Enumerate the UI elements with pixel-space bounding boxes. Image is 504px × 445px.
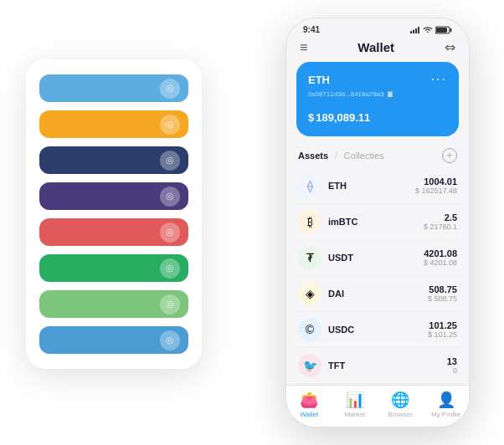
menu-icon[interactable]: ≡ [300, 40, 307, 55]
color-row-icon-7: ◎ [160, 330, 180, 350]
nav-icon-browser: 🌐 [391, 391, 409, 409]
color-row-3[interactable]: ◎ [39, 182, 188, 210]
svg-rect-2 [415, 28, 417, 33]
nav-label-wallet: Wallet [300, 411, 318, 418]
asset-usd-imbtc: $ 21760.1 [424, 222, 457, 231]
nav-item-market[interactable]: 📊 Market [332, 391, 378, 418]
tab-collecties[interactable]: Collecties [344, 151, 384, 161]
asset-name-eth: ETH [328, 181, 415, 191]
asset-amount-usdc: 101.25 [428, 320, 457, 330]
signal-icon [410, 27, 420, 33]
asset-item-eth[interactable]: ⟠ ETH 1004.01 $ 162517.48 [293, 168, 462, 204]
nav-item-browser[interactable]: 🌐 Browser [378, 391, 424, 418]
nav-label-market: Market [345, 411, 365, 418]
asset-item-imbtc[interactable]: ₿ imBTC 2.5 $ 21760.1 [293, 204, 462, 240]
asset-amount-dai: 508.75 [428, 284, 457, 294]
asset-values-imbtc: 2.5 $ 21760.1 [424, 212, 457, 231]
eth-card[interactable]: ETH ··· 0x08711d3d...8418a78a3 📋 $189,08… [296, 62, 459, 136]
color-row-icon-6: ◎ [160, 294, 180, 315]
phone-header: ≡ Wallet ⇔ [286, 38, 469, 62]
assets-tabs: Assets / Collecties [298, 151, 384, 161]
eth-card-balance: $189,089.11 [308, 105, 447, 126]
color-row-1[interactable]: ◎ [39, 110, 188, 138]
bottom-nav: 👛 Wallet 📊 Market 🌐 Browser 👤 My Profile [286, 385, 469, 427]
assets-header: Assets / Collecties + [286, 145, 469, 168]
color-row-7[interactable]: ◎ [39, 326, 188, 354]
asset-amount-imbtc: 2.5 [424, 212, 457, 222]
nav-icon-my-profile: 👤 [437, 391, 455, 409]
color-row-6[interactable]: ◎ [39, 290, 188, 318]
eth-card-top: ETH ··· [308, 72, 447, 87]
phone: 9:41 [285, 18, 470, 427]
tab-assets[interactable]: Assets [298, 151, 328, 161]
phone-content: ETH ··· 0x08711d3d...8418a78a3 📋 $189,08… [286, 62, 469, 385]
battery-icon [435, 26, 452, 34]
svg-rect-6 [436, 28, 447, 33]
status-icons [410, 26, 452, 34]
asset-list: ⟠ ETH 1004.01 $ 162517.48 ₿ imBTC 2.5 $ … [286, 168, 469, 385]
asset-usd-usdt: $ 4201.08 [424, 258, 457, 267]
eth-card-menu[interactable]: ··· [431, 72, 447, 87]
asset-item-tft[interactable]: 🐦 TFT 13 0 [293, 348, 462, 384]
asset-icon-eth: ⟠ [298, 174, 321, 197]
asset-icon-usdc: © [298, 318, 321, 341]
asset-item-usdc[interactable]: © USDC 101.25 $ 101.25 [293, 312, 462, 348]
asset-values-usdc: 101.25 $ 101.25 [428, 320, 457, 339]
asset-values-tft: 13 0 [447, 356, 457, 375]
color-row-0[interactable]: ◎ [39, 74, 188, 102]
svg-rect-0 [410, 31, 412, 33]
asset-usd-usdc: $ 101.25 [428, 330, 457, 339]
nav-icon-market: 📊 [346, 391, 364, 409]
color-row-4[interactable]: ◎ [39, 218, 188, 246]
wifi-icon [423, 27, 433, 33]
eth-card-label: ETH [308, 74, 330, 86]
status-bar: 9:41 [286, 18, 469, 38]
tab-divider: / [335, 151, 337, 161]
nav-icon-wallet: 👛 [300, 391, 318, 409]
asset-name-dai: DAI [328, 289, 428, 299]
nav-item-my-profile[interactable]: 👤 My Profile [424, 391, 470, 418]
scene: ◎◎◎◎◎◎◎◎ 9:41 [9, 9, 495, 436]
nav-label-my-profile: My Profile [431, 411, 461, 418]
asset-usd-tft: 0 [447, 366, 457, 375]
asset-amount-tft: 13 [447, 356, 457, 366]
add-asset-button[interactable]: + [442, 148, 457, 163]
asset-usd-eth: $ 162517.48 [415, 187, 457, 195]
nav-item-wallet[interactable]: 👛 Wallet [286, 391, 332, 418]
color-row-icon-5: ◎ [160, 258, 180, 279]
eth-card-address: 0x08711d3d...8418a78a3 📋 [308, 90, 447, 98]
color-row-5[interactable]: ◎ [39, 254, 188, 282]
asset-icon-dai: ◈ [298, 282, 321, 305]
color-row-icon-0: ◎ [160, 79, 180, 99]
color-row-icon-4: ◎ [160, 222, 180, 243]
asset-name-tft: TFT [328, 361, 447, 371]
nav-label-browser: Browser [388, 411, 413, 418]
asset-icon-imbtc: ₿ [298, 210, 321, 233]
status-time: 9:41 [303, 25, 320, 34]
asset-values-eth: 1004.01 $ 162517.48 [415, 176, 457, 195]
asset-item-usdt[interactable]: ₮ USDT 4201.08 $ 4201.08 [293, 240, 462, 276]
asset-item-dai[interactable]: ◈ DAI 508.75 $ 508.75 [293, 276, 462, 312]
asset-name-imbtc: imBTC [328, 217, 424, 227]
asset-amount-usdt: 4201.08 [424, 248, 457, 258]
asset-values-dai: 508.75 $ 508.75 [428, 284, 457, 303]
color-row-icon-3: ◎ [160, 187, 180, 207]
asset-name-usdt: USDT [328, 253, 424, 263]
wallet-title: Wallet [357, 40, 394, 54]
svg-rect-5 [450, 28, 452, 32]
color-row-icon-1: ◎ [160, 115, 180, 135]
color-row-2[interactable]: ◎ [39, 146, 188, 174]
asset-values-usdt: 4201.08 $ 4201.08 [424, 248, 457, 267]
asset-amount-eth: 1004.01 [415, 176, 457, 187]
svg-rect-3 [418, 27, 419, 33]
asset-icon-usdt: ₮ [298, 246, 321, 269]
expand-icon[interactable]: ⇔ [445, 39, 455, 55]
asset-name-usdc: USDC [328, 325, 428, 335]
asset-usd-dai: $ 508.75 [428, 294, 457, 303]
asset-icon-tft: 🐦 [298, 354, 321, 377]
svg-rect-1 [413, 29, 414, 33]
color-row-icon-2: ◎ [160, 151, 180, 171]
back-card-panel: ◎◎◎◎◎◎◎◎ [26, 59, 202, 369]
